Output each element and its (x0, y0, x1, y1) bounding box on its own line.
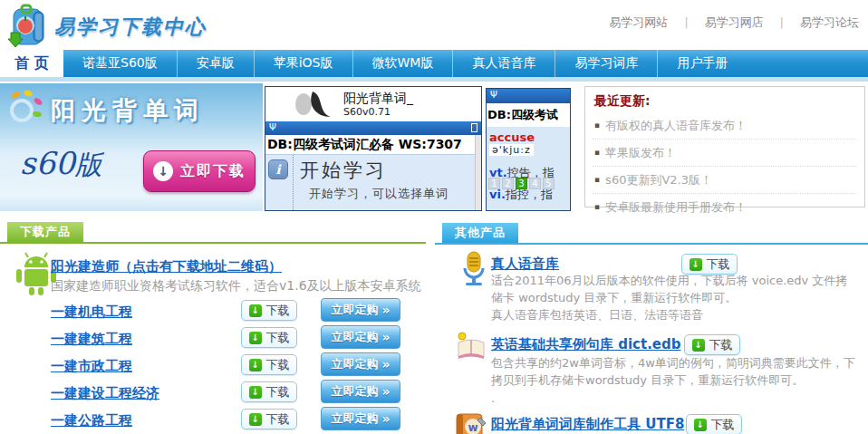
chevron-right-icon: » (381, 303, 390, 317)
menu-title: 开始学习 (300, 158, 387, 183)
order-button[interactable]: 立即定购» (321, 407, 400, 430)
download-arrow-icon: ↓ (694, 419, 707, 431)
product-desc-line: 储卡 wordstudy 目录下，重新运行软件即可。 (491, 290, 737, 306)
app-screenshot-word: Ψ DB:四级考试 accuse ə'kju:z vt.控告，指 1 2 3 4… (486, 88, 571, 211)
example-book-icon (453, 330, 489, 364)
product-desc-line: 适合2011年06月以后版本的软件使用，下载后将 voice.edv 文件拷 (491, 273, 847, 289)
download-button[interactable]: ↓下载 (241, 381, 297, 402)
nav-bottom-strip (0, 77, 868, 82)
app-title: 阳光背单词_ (343, 91, 413, 107)
app-screenshot-main: 阳光背单词_ S60v0.71 Ψ DB:四级考试词汇必备 WS:7307 i … (265, 86, 482, 211)
chevron-right-icon: » (381, 411, 390, 426)
bullet-icon: ▪ (594, 202, 600, 211)
tab-download-products[interactable]: 下载产品 (7, 222, 83, 242)
product-link[interactable]: 阳光背单词词库制作工具 UTF8 (491, 416, 684, 433)
page-number[interactable]: 2 (502, 178, 514, 189)
toolkit-book-icon: w (453, 410, 489, 434)
page-number[interactable]: 4 (529, 178, 541, 189)
page-number[interactable]: 5 (543, 178, 555, 189)
tab-other-products[interactable]: 其他产品 (442, 223, 518, 243)
order-button[interactable]: 立即定购» (321, 298, 400, 322)
page-number[interactable]: 1 (488, 178, 500, 189)
pagination: 1 2 3 4 5 (488, 178, 555, 189)
link-separator: | (684, 16, 688, 29)
blue-underline (435, 243, 868, 245)
app-header: 阳光背单词_ S60v0.71 (265, 87, 481, 121)
product-link[interactable]: 真人语音库 (491, 256, 559, 273)
nav-tab-ios[interactable]: 苹果iOS版 (254, 50, 352, 77)
nav-tab-android[interactable]: 安卓版 (177, 50, 254, 77)
site-title: 易学习下载中心 (54, 14, 207, 41)
product-desc-line: 包含共享的约2w单词音标，4w单词的例句，简明词典需要此文件，下 (491, 355, 855, 371)
product-link[interactable]: 一建机电工程 (51, 304, 132, 321)
download-arrow-icon: ↓ (690, 258, 702, 271)
nav-tab-wm[interactable]: 微软WM版 (352, 50, 453, 77)
download-button[interactable]: ↓下载 (241, 300, 297, 321)
product-link[interactable]: 一建市政工程 (51, 358, 132, 375)
backpack-logo-icon (7, 3, 51, 52)
chevron-right-icon: » (381, 384, 390, 399)
bullet-icon: ▪ (594, 148, 600, 157)
product-desc-line: . (491, 391, 495, 405)
nav-tab-home[interactable]: 首 页 (0, 50, 63, 77)
main-nav: 首 页 诺基亚S60版 安卓版 苹果iOS版 微软WM版 真人语音库 易学习词库… (0, 50, 868, 77)
download-button[interactable]: ↓下载 (686, 414, 742, 434)
header-link-forum[interactable]: 易学习论坛 (800, 15, 859, 29)
banner-download-button[interactable]: ↓ 立即下载 (143, 150, 256, 192)
menu-divider (293, 155, 294, 211)
link-separator: | (780, 16, 784, 29)
microphone-icon (458, 250, 490, 290)
menu-subtitle: 开始学习，可以选择单词 (309, 186, 481, 202)
database-info-line: DB:四级考试词汇必备 WS:7307 (265, 135, 481, 154)
featured-product-desc: 国家建造师职业资格考试练习软件，适合v1.6及以上版本安卓系统 (51, 278, 421, 294)
battery-icon (471, 123, 477, 132)
update-item[interactable]: ▪有版权的真人语音库发布！ (593, 112, 857, 139)
status-bar: Ψ (487, 89, 570, 103)
page: 易学习下载中心 易学习网站 | 易学习网店 | 易学习论坛 首 页 诺基亚S60… (0, 0, 868, 434)
scrollbar[interactable] (475, 135, 481, 210)
app-version: S60v0.71 (343, 106, 391, 118)
word-card: accuse ə'kju:z vt.控告，指 1 2 3 4 5 vi.指控，指 (487, 127, 570, 210)
header-link-website[interactable]: 易学习网站 (609, 15, 668, 29)
word-phonetic: ə'kju:z (489, 144, 534, 156)
update-item[interactable]: ▪s60更新到V2.3版！ (593, 166, 857, 193)
order-button[interactable]: 立即定购» (321, 325, 400, 349)
updates-title: 最近更新: (585, 87, 864, 112)
download-button[interactable]: ↓下载 (241, 327, 297, 348)
download-button[interactable]: ↓下载 (684, 334, 740, 355)
download-button[interactable]: ↓下载 (241, 354, 297, 375)
nav-tab-voice-library[interactable]: 真人语音库 (452, 50, 555, 77)
chevron-right-icon: » (381, 330, 390, 344)
update-item[interactable]: ▪安卓版最新使用手册发布！ (593, 193, 857, 220)
product-desc-line: 真人语音库包括英语、日语、法语等语音 (491, 307, 703, 323)
svg-text:w: w (468, 421, 477, 434)
product-desc-line: 拷贝到手机存储卡wordstudy 目录下，重新运行软件即可。 (491, 372, 804, 389)
promo-banner[interactable]: 阳光背单词 s60版 ↓ 立即下载 (0, 83, 263, 211)
download-arrow-icon: ↓ (249, 413, 262, 426)
chevron-right-icon: » (381, 357, 390, 371)
download-arrow-icon: ↓ (249, 359, 262, 371)
recent-updates-panel: 最近更新: ▪有版权的真人语音库发布！ ▪苹果版发布！ ▪s60更新到V2.3版… (584, 86, 865, 207)
bullet-icon: ▪ (594, 121, 600, 130)
download-button[interactable]: ↓下载 (241, 409, 297, 429)
order-button[interactable]: 立即定购» (321, 380, 400, 403)
nav-tab-dictionary[interactable]: 易学习词库 (555, 50, 657, 77)
nav-tab-manual[interactable]: 用户手册 (657, 50, 747, 77)
word-headword: accuse (489, 130, 535, 144)
status-bar: Ψ (265, 121, 481, 135)
product-link[interactable]: 一建公路工程 (51, 412, 132, 429)
page-number-active[interactable]: 3 (516, 178, 527, 189)
nav-tab-nokia-s60[interactable]: 诺基亚S60版 (63, 50, 177, 77)
product-link[interactable]: 英语基础共享例句库 dict.edb (491, 336, 681, 353)
product-link[interactable]: 一建建筑工程 (51, 331, 132, 348)
download-arrow-icon: ↓ (692, 339, 705, 352)
update-item[interactable]: ▪苹果版发布！ (593, 139, 857, 166)
header-link-store[interactable]: 易学习网店 (705, 15, 764, 29)
featured-product-link[interactable]: 阳光建造师（点击有下载地址二维码） (51, 258, 282, 275)
app-logo-icon (291, 90, 338, 122)
download-button[interactable]: ↓下载 (681, 254, 738, 275)
download-arrow-icon: ↓ (249, 386, 262, 399)
order-button[interactable]: 立即定购» (321, 352, 400, 376)
header-links: 易学习网站 | 易学习网店 | 易学习论坛 (609, 14, 859, 31)
product-link[interactable]: 一建建设工程经济 (51, 385, 159, 402)
